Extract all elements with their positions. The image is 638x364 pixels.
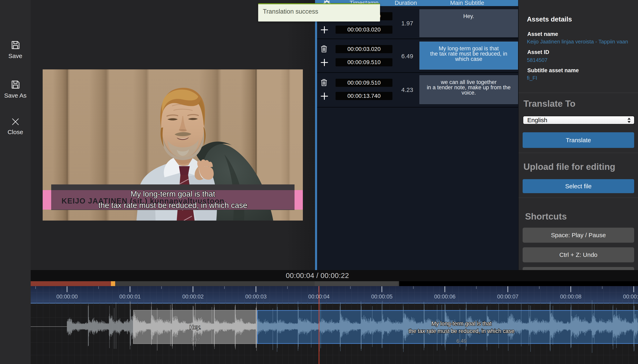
svg-text:1.97: 1.97 [191, 337, 200, 342]
svg-text:00:00:02: 00:00:02 [182, 294, 203, 300]
svg-text:00:00:01: 00:00:01 [119, 294, 141, 300]
svg-text:Hey.: Hey. [189, 324, 201, 330]
svg-text:00:00:09: 00:00:09 [623, 294, 638, 300]
svg-text:My long-term goal is that: My long-term goal is that [431, 320, 492, 327]
svg-text:00:00:03: 00:00:03 [245, 294, 266, 300]
svg-text:00:00:00: 00:00:00 [56, 294, 78, 300]
svg-text:00:00:06: 00:00:06 [434, 294, 455, 300]
svg-text:6.49: 6.49 [456, 338, 467, 344]
svg-text:00:00:07: 00:00:07 [497, 294, 518, 300]
svg-text:00:00:08: 00:00:08 [560, 294, 581, 300]
svg-text:the tax rate must be reduced,: the tax rate must be reduced, in which c… [409, 328, 514, 334]
svg-text:00:00:05: 00:00:05 [371, 294, 392, 300]
